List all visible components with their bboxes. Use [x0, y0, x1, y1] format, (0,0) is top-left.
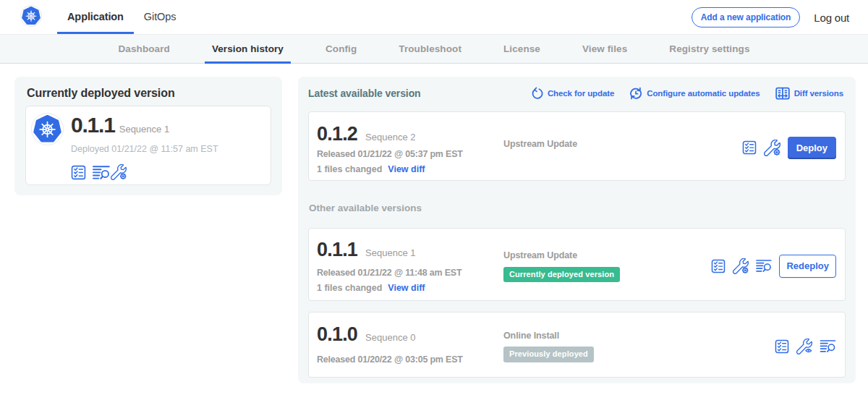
version-source-label: Online Install [503, 331, 775, 341]
row-version-number: 0.1.0 [317, 325, 357, 344]
subtab-config[interactable]: Config [318, 35, 364, 64]
top-nav-tabs: Application GitOps [57, 0, 186, 35]
app-subnav: Dashboard Version history Config Trouble… [0, 35, 868, 64]
redeploy-button[interactable]: Redeploy [779, 255, 836, 278]
refresh-icon [531, 87, 543, 100]
tab-application[interactable]: Application [57, 0, 134, 34]
current-version-number: 0.1.1 [71, 114, 115, 136]
released-timestamp: Released 01/21/22 @ 05:37 pm EST [317, 149, 503, 159]
preflight-checklist-icon[interactable] [742, 140, 757, 155]
diff-versions-label: Diff versions [794, 89, 843, 98]
other-available-heading: Other available versions [309, 203, 846, 214]
app-icon-circle [31, 113, 64, 145]
subtab-version-history[interactable]: Version history [205, 35, 291, 64]
check-for-update-label: Check for update [548, 89, 614, 98]
previously-deployed-badge: Previously deployed [503, 347, 594, 362]
auto-update-icon [629, 87, 642, 100]
diff-versions-link[interactable]: Diff versions [775, 87, 843, 100]
subtab-dashboard[interactable]: Dashboard [111, 35, 176, 64]
row-sequence-label: Sequence 1 [365, 247, 415, 258]
kubernetes-logo-icon [22, 7, 41, 25]
check-for-update-link[interactable]: Check for update [531, 87, 614, 100]
version-row-0-1-1: 0.1.1 Sequence 1 Released 01/21/22 @ 11:… [308, 228, 846, 301]
logout-link[interactable]: Log out [814, 12, 849, 24]
view-diff-link[interactable]: View diff [388, 164, 425, 174]
preflight-checklist-icon[interactable] [711, 259, 726, 273]
currently-deployed-card: 0.1.1 Sequence 1 Deployed 01/21/22 @ 11:… [25, 106, 271, 185]
released-timestamp: Released 01/20/22 @ 03:05 pm EST [317, 354, 503, 365]
kubernetes-app-icon [33, 115, 61, 143]
available-versions-panel: Latest available version Check for updat… [298, 77, 856, 383]
configure-automatic-updates-link[interactable]: Configure automatic updates [629, 87, 760, 100]
row-sequence-label: Sequence 2 [365, 132, 415, 143]
deployed-timestamp: Deployed 01/21/22 @ 11:57 am EST [71, 144, 218, 154]
subtab-license[interactable]: License [496, 35, 548, 64]
released-timestamp: Released 01/21/22 @ 11:48 am EST [317, 268, 503, 278]
main-content: Currently deployed version 0.1.1 Sequenc… [0, 64, 868, 407]
preflight-checklist-icon[interactable] [775, 339, 789, 354]
edit-config-icon[interactable] [764, 140, 780, 156]
files-changed-label: 1 files changed [317, 283, 382, 293]
current-sequence-label: Sequence 1 [119, 124, 169, 135]
row-version-number: 0.1.2 [317, 124, 357, 144]
row-sequence-label: Sequence 0 [365, 332, 415, 343]
subtab-registry-settings[interactable]: Registry settings [662, 35, 757, 64]
view-logs-icon[interactable] [92, 165, 111, 180]
subtab-troubleshoot[interactable]: Troubleshoot [391, 35, 469, 64]
add-application-button[interactable]: Add a new application [692, 7, 801, 27]
latest-available-heading: Latest available version [308, 88, 421, 99]
version-row-0-1-2: 0.1.2 Sequence 2 Released 01/21/22 @ 05:… [308, 111, 846, 181]
currently-deployed-panel: Currently deployed version 0.1.1 Sequenc… [14, 77, 282, 195]
files-changed-label: 1 files changed [317, 164, 382, 174]
row-version-number: 0.1.1 [317, 240, 357, 260]
view-logs-icon[interactable] [756, 259, 772, 273]
subtab-view-files[interactable]: View files [575, 35, 634, 64]
version-source-label: Upstream Update [503, 250, 711, 261]
configure-automatic-updates-label: Configure automatic updates [647, 89, 760, 98]
diff-icon [775, 87, 790, 100]
app-logo [20, 5, 42, 27]
top-nav-right: Add a new application Log out [692, 1, 849, 33]
currently-deployed-badge: Currently deployed version [503, 267, 620, 283]
tab-gitops[interactable]: GitOps [134, 0, 187, 34]
version-row-0-1-0: 0.1.0 Sequence 0 Released 01/20/22 @ 03:… [308, 312, 846, 378]
view-diff-link[interactable]: View diff [388, 283, 425, 293]
top-navbar: Application GitOps Add a new application… [0, 0, 868, 35]
currently-deployed-heading: Currently deployed version [27, 87, 271, 100]
view-logs-icon[interactable] [820, 339, 836, 353]
view-config-icon[interactable] [796, 339, 812, 354]
edit-config-icon[interactable] [111, 164, 127, 180]
deploy-button[interactable]: Deploy [788, 137, 836, 159]
preflight-checklist-icon[interactable] [71, 165, 86, 180]
edit-config-icon[interactable] [733, 258, 749, 274]
version-source-label: Upstream Update [503, 139, 742, 150]
